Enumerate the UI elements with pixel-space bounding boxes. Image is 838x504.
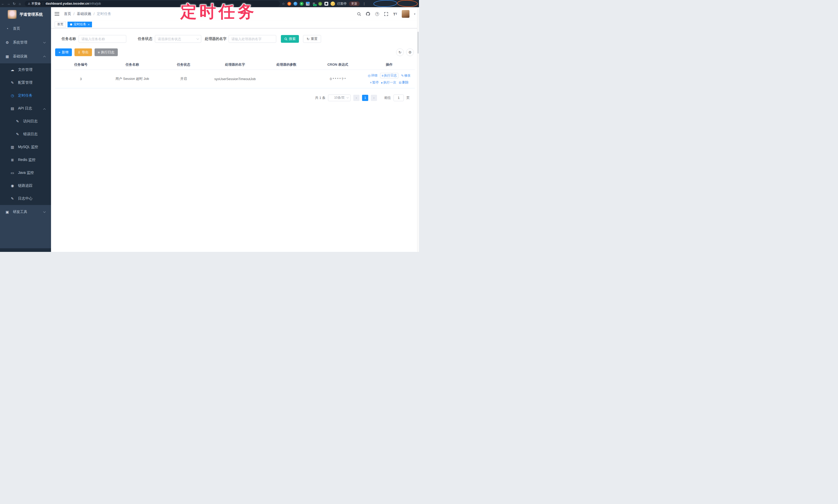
breadcrumb-section[interactable]: 基础设施 <box>77 12 91 16</box>
col-job-id: 任务编号 <box>55 60 106 70</box>
fullscreen-icon[interactable] <box>384 12 388 16</box>
sidebar-item-api-log[interactable]: ▤ API 日志 <box>0 102 51 115</box>
help-icon[interactable]: ? <box>375 12 379 16</box>
col-cron: CRON 表达式 <box>312 60 363 70</box>
sidebar-item-mysql-monitor[interactable]: ▥ MySQL 监控 <box>0 141 51 154</box>
sidebar-item-file-management[interactable]: ☁ 文件管理 <box>0 64 51 76</box>
run-once-link[interactable]: ▸执行一次 <box>381 80 396 85</box>
sidebar-item-label: 基础设施 <box>13 54 27 59</box>
security-label[interactable]: 不安全 <box>32 2 41 6</box>
on-badge: on <box>313 4 316 6</box>
job-status-select-input[interactable] <box>155 35 201 43</box>
row-exec-log-link[interactable]: ≡执行日志 <box>380 73 398 78</box>
monitor-icon: ▦ <box>5 54 9 58</box>
reload-icon[interactable]: ↻ <box>11 2 17 6</box>
main-area: 首页 / 基础设施 / 定时任务 ? <box>51 7 419 252</box>
active-dot <box>70 23 72 25</box>
extensions-puzzle-icon[interactable] <box>325 2 328 6</box>
search-button-label: 搜索 <box>289 37 296 41</box>
home-icon[interactable]: ⌂ <box>17 2 23 6</box>
reset-button[interactable]: ↻ 重置 <box>303 35 321 43</box>
exec-log-label: 执行日志 <box>384 73 397 78</box>
add-button[interactable]: + 新增 <box>55 49 72 56</box>
breadcrumb-home[interactable]: 首页 <box>64 12 71 16</box>
sidebar-item-error-log[interactable]: ✎ 错误日志 <box>0 128 51 141</box>
goto-page-input[interactable] <box>394 94 404 101</box>
sidebar-item-redis-monitor[interactable]: ≣ Redis 监控 <box>0 154 51 166</box>
prev-page-button[interactable]: ‹ <box>353 95 360 101</box>
pause-label: 暂停 <box>372 80 379 85</box>
sidebar-item-log-center[interactable]: ✎ 日志中心 <box>0 192 51 205</box>
browser-menu-icon[interactable]: ⋮ <box>363 2 366 6</box>
cell-handler-name: sysUserSessionTimeoutJob <box>209 70 261 88</box>
breadcrumb-separator: / <box>73 12 74 16</box>
extension-icon-green-check[interactable]: v <box>300 2 303 6</box>
job-status-select[interactable] <box>155 35 201 43</box>
delete-link[interactable]: ⊟删除 <box>399 80 408 85</box>
font-size-icon[interactable]: TT <box>393 12 397 16</box>
extension-icon-blue[interactable] <box>294 2 297 6</box>
gear-icon: ⚙ <box>408 50 412 54</box>
browser-extensions: ☆ v on 已暂停 更新 ⋮ <box>282 1 419 6</box>
export-button-label: 导出 <box>82 50 89 55</box>
forward-icon[interactable]: → <box>6 2 11 6</box>
job-name-input[interactable] <box>78 35 126 43</box>
table-tools: ↻ ⚙ <box>396 49 414 56</box>
sidebar-item-system[interactable]: ⚙ 系统管理 <box>0 36 51 50</box>
hamburger-icon[interactable] <box>55 12 59 16</box>
eye-icon: ◉ <box>10 184 14 188</box>
trash-icon: ⊟ <box>399 80 401 85</box>
page-size-value: 10条/页 <box>334 95 345 100</box>
refresh-button[interactable]: ↻ <box>396 49 404 56</box>
scrollbar-thumb[interactable] <box>417 32 419 54</box>
user-avatar[interactable] <box>402 10 409 18</box>
back-icon[interactable]: ← <box>0 2 6 6</box>
page-number-1[interactable]: 1 <box>362 95 368 101</box>
profile-avatar-emoji[interactable] <box>331 2 335 6</box>
column-settings-button[interactable]: ⚙ <box>406 49 414 56</box>
extension-icon-plant[interactable] <box>318 2 322 6</box>
cell-job-name: 用户 Session 超时 Job <box>106 70 158 88</box>
log-icon: ▤ <box>10 106 14 110</box>
extension-icon-grid[interactable] <box>306 2 310 6</box>
col-handler-name: 处理器的名字 <box>209 60 261 70</box>
caret-down-icon[interactable]: ▾ <box>414 12 415 16</box>
bookmark-star-icon[interactable]: ☆ <box>282 2 285 6</box>
dashboard-icon: ◔ <box>5 26 9 31</box>
extension-icon-orange[interactable] <box>287 2 291 6</box>
sidebar-item-infrastructure[interactable]: ▦ 基础设施 <box>0 50 51 64</box>
sidebar-item-config-management[interactable]: ✎ 配置管理 <box>0 76 51 89</box>
chrome-update-button[interactable]: 更新 <box>349 1 360 6</box>
search-icon[interactable] <box>356 12 361 16</box>
navbar-actions: ? TT ▾ <box>356 10 415 18</box>
sidebar-item-home[interactable]: ◔ 首页 <box>0 22 51 36</box>
edit-icon: ✎ <box>10 197 14 201</box>
sidebar-item-java-monitor[interactable]: ▭ Java 监控 <box>0 166 51 179</box>
logo-image <box>8 10 17 19</box>
page-unit-label: 页 <box>406 95 410 100</box>
scrollbar-track[interactable] <box>417 7 419 252</box>
search-button[interactable]: 搜索 <box>281 35 299 43</box>
page-size-select[interactable]: 10条/页 <box>328 94 351 101</box>
edit-link[interactable]: ✎修改 <box>401 73 411 78</box>
sidebar-item-scheduled-jobs[interactable]: ◷ 定时任务 <box>0 89 51 102</box>
tab-home[interactable]: 首页 <box>55 22 66 27</box>
tab-scheduled-jobs[interactable]: 定时任务 × <box>68 22 92 27</box>
handler-name-input[interactable] <box>229 35 276 43</box>
exec-log-button[interactable]: ≡ 执行日志 <box>94 49 118 56</box>
next-page-button[interactable]: › <box>371 95 377 101</box>
address-bar[interactable]: ⚠ 不安全 dashboard.yudao.iocoder.cn /infra/… <box>25 1 280 6</box>
pause-link[interactable]: ×暂停 <box>370 80 379 85</box>
extension-icon-list[interactable]: on <box>312 2 316 6</box>
close-icon[interactable]: × <box>88 23 89 26</box>
chevron-up-icon <box>43 56 46 58</box>
top-navbar: 首页 / 基础设施 / 定时任务 ? <box>51 7 419 21</box>
sidebar-item-dev-tools[interactable]: ▣ 研发工具 <box>0 205 51 219</box>
detail-link[interactable]: ◎详细 <box>368 73 378 78</box>
github-icon[interactable] <box>366 12 370 16</box>
sidebar-item-access-log[interactable]: ✎ 访问日志 <box>0 115 51 128</box>
export-button[interactable]: ⇩ 导出 <box>74 49 92 56</box>
sidebar-item-trace[interactable]: ◉ 链路追踪 <box>0 179 51 192</box>
reset-icon: ↻ <box>307 37 310 41</box>
cloud-icon: ☁ <box>10 68 14 72</box>
